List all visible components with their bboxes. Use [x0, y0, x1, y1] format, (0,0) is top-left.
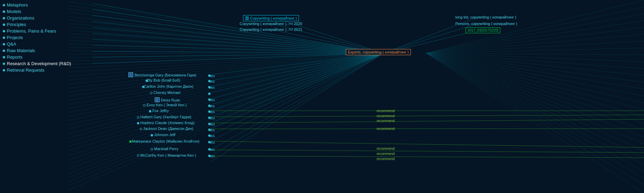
svg-line-28	[211, 53, 383, 141]
blybob-label: Bly Bob (Блай Боб)	[147, 78, 180, 82]
svg-line-46	[68, 51, 383, 53]
halbert-label: Halbert Gary (Халберт Гарри)	[140, 115, 191, 119]
svg-line-7	[92, 45, 383, 53]
sidebar-item-organizations[interactable]: Organizations	[0, 15, 96, 21]
svg-line-9	[92, 53, 383, 57]
svg-line-77	[68, 53, 383, 178]
sidebar-item-raw-materials[interactable]: Raw Materials	[0, 47, 96, 54]
date-box-node[interactable]: 2017_03[20170220]	[466, 27, 500, 33]
halbert-dot	[137, 116, 139, 119]
svg-line-65	[68, 53, 383, 125]
sidebar: Metaphors Models Organizations Principle…	[0, 0, 96, 193]
svg-line-10	[92, 53, 383, 63]
svg-line-98	[426, 53, 644, 117]
svg-line-14	[383, 16, 479, 53]
jackson-label: Jackson Dean (Джексон Дин)	[143, 126, 193, 131]
svg-line-100	[426, 53, 644, 130]
svg-line-15	[383, 23, 479, 53]
svg-line-62	[68, 53, 383, 112]
svg-line-103	[426, 53, 644, 151]
svg-line-88	[426, 48, 644, 53]
svg-line-17	[211, 53, 383, 75]
svg-line-52	[68, 53, 383, 72]
sidebar-item-reports[interactable]: Reports	[0, 54, 96, 60]
svg-line-114	[211, 129, 644, 129]
sidebar-item-principles[interactable]: Principles	[0, 21, 96, 28]
carlton-dot	[142, 86, 144, 88]
experts-central-node[interactable]: Experts, copywriting ( копирайтинг )	[346, 49, 411, 55]
deiss-avatar: 👤	[155, 97, 160, 102]
sidebar-item-models[interactable]: Models	[0, 8, 96, 15]
svg-line-59	[68, 53, 383, 100]
svg-line-90	[426, 53, 644, 62]
svg-line-66	[68, 53, 383, 129]
svg-line-34	[68, 9, 383, 53]
svg-line-85	[426, 27, 644, 53]
svg-line-67	[68, 53, 383, 134]
svg-line-113	[211, 119, 644, 123]
svg-line-99	[426, 53, 644, 123]
blybob-ibs: IBS	[210, 80, 215, 83]
svg-line-26	[211, 53, 383, 129]
carlton-label: Carlton John (Карлтон Джон)	[144, 84, 193, 88]
svg-line-80	[68, 53, 383, 190]
sidebar-item-qa[interactable]: Q&A	[0, 41, 96, 47]
svg-line-25	[211, 53, 383, 123]
blybob-dot	[146, 80, 148, 82]
svg-line-43	[68, 40, 383, 53]
hopkins-label: Hopkins Claude (Хопкинс Клод)	[140, 121, 194, 125]
svg-line-35	[68, 12, 383, 53]
halbert-ibs: IBS	[210, 117, 215, 120]
marshall-ibs: IBS	[210, 148, 215, 152]
persons-copywriting-label: Persons, copywriting ( копирайтинг )	[455, 22, 517, 26]
svg-line-20	[211, 53, 383, 93]
johnson-ibs: IBS	[210, 134, 215, 138]
svg-line-60	[68, 53, 383, 104]
carlton-ibs: IBS	[210, 86, 215, 89]
recommend-1: recommend	[377, 109, 395, 113]
svg-line-105	[426, 53, 644, 165]
johnson-dot	[151, 134, 153, 136]
svg-line-31	[211, 53, 383, 162]
bencivenga-avatar: 👤	[128, 72, 133, 77]
mccarthy-label: McCarthy Ken ( Маккартни Кен )	[140, 153, 196, 157]
deiss-ibs: IBS	[210, 98, 215, 102]
recommend-3: recommend	[377, 119, 395, 123]
sidebar-item-problems[interactable]: Problems, Pains & Fears	[0, 28, 96, 34]
sidebar-item-retrieval[interactable]: Retrieval Requests	[0, 67, 96, 73]
svg-line-107	[426, 53, 644, 178]
svg-line-72	[68, 53, 383, 156]
svg-line-38	[68, 23, 383, 53]
svg-line-33	[68, 5, 383, 53]
svg-line-115	[211, 141, 644, 147]
sidebar-item-projects[interactable]: Projects	[0, 34, 96, 41]
recommend-5: recommend	[377, 147, 395, 150]
svg-line-81	[426, 0, 644, 53]
sidebar-item-metaphors[interactable]: Metaphors	[0, 2, 96, 8]
svg-line-116	[211, 150, 644, 153]
svg-line-36	[68, 16, 383, 53]
recommend-7: recommend	[377, 157, 395, 161]
svg-line-47	[68, 53, 383, 54]
svg-line-50	[68, 53, 383, 64]
jackson-ibs: IBS	[210, 129, 215, 132]
svg-line-58	[68, 53, 383, 96]
makepeace-label: Makepeace Clayton (Майклис-Клэйтон)	[132, 139, 200, 143]
svg-line-75	[68, 53, 383, 169]
svg-line-86	[426, 34, 644, 53]
copywriting-box-node[interactable]: 🖼 Copywriting ( копирайтинг )	[243, 15, 299, 21]
svg-line-112	[211, 115, 644, 117]
evoy-label: Evoy Ken ( Энвой Кен )	[147, 103, 187, 107]
svg-line-96	[426, 53, 644, 103]
svg-line-57	[68, 53, 383, 92]
sidebar-item-research[interactable]: Research & Development (R&D)	[0, 60, 96, 67]
svg-line-11	[274, 18, 383, 53]
recommend-6: recommend	[377, 152, 395, 156]
svg-line-4	[92, 27, 383, 53]
svg-line-61	[68, 53, 383, 108]
svg-line-104	[426, 53, 644, 158]
svg-line-55	[68, 53, 383, 84]
fox-label: Fox Jeffry	[152, 109, 169, 113]
svg-line-73	[68, 53, 383, 160]
svg-line-117	[211, 156, 644, 158]
